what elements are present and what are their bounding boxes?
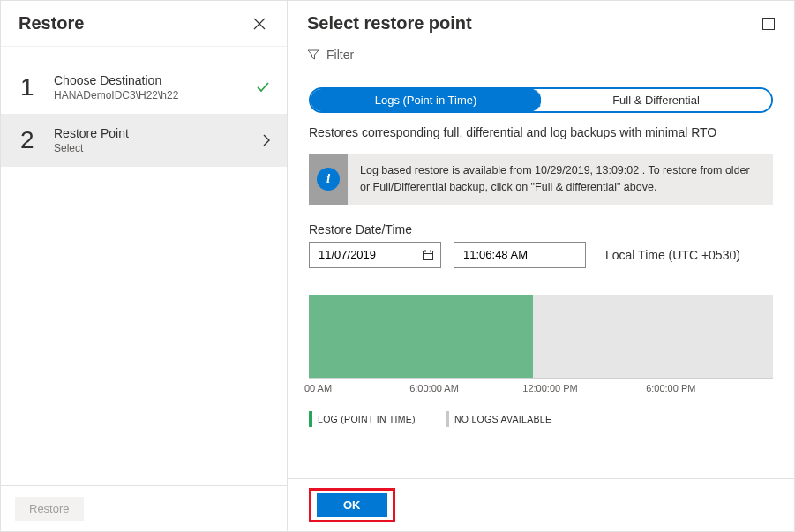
filter-row[interactable]: Filter: [288, 42, 794, 71]
tick-06: 6:00:00 AM: [409, 383, 459, 393]
legend-swatch-grey: [446, 411, 449, 427]
step-body: Choose Destination HANADemoIDC3\H22\h22: [54, 73, 248, 101]
time-input-wrap: [454, 242, 586, 268]
step-title: Restore Point: [54, 126, 255, 140]
filter-icon: [307, 49, 319, 61]
step-number: 1: [20, 75, 47, 100]
sidebar-header: Restore: [1, 1, 287, 47]
step-restore-point[interactable]: 2 Restore Point Select: [1, 114, 287, 167]
maximize-icon[interactable]: [762, 18, 775, 30]
time-input[interactable]: [454, 242, 586, 268]
timeline-bar[interactable]: [309, 295, 773, 379]
filter-label: Filter: [326, 48, 354, 62]
step-subtitle: HANADemoIDC3\H22\h22: [54, 89, 248, 101]
sidebar-footer: Restore: [1, 485, 287, 531]
main-panel: Select restore point Filter Logs (Point …: [288, 1, 794, 531]
timeline-ticks: 00 AM 6:00:00 AM 12:00:00 PM 6:00:00 PM: [309, 383, 773, 397]
main-title: Select restore point: [307, 13, 472, 34]
step-subtitle: Select: [54, 142, 255, 154]
datetime-row: Local Time (UTC +0530): [309, 242, 773, 268]
date-input[interactable]: [309, 242, 441, 268]
step-title: Choose Destination: [54, 73, 248, 87]
legend-swatch-green: [309, 411, 312, 427]
timezone-label: Local Time (UTC +0530): [605, 248, 740, 262]
tab-logs-point-in-time[interactable]: Logs (Point in Time): [310, 88, 542, 112]
info-text: Log based restore is available from 10/2…: [348, 154, 773, 205]
ok-highlight: OK: [309, 488, 395, 522]
info-icon-wrap: i: [309, 154, 348, 205]
restore-type-toggle: Logs (Point in Time) Full & Differential: [309, 87, 773, 113]
tick-00: 00 AM: [304, 383, 332, 393]
datetime-label: Restore Date/Time: [309, 222, 773, 236]
content-area: Logs (Point in Time) Full & Differential…: [288, 71, 794, 478]
timeline-legend: LOG (POINT IN TIME) NO LOGS AVAILABLE: [309, 411, 773, 427]
timeline-segment-available: [309, 295, 533, 378]
steps-list: 1 Choose Destination HANADemoIDC3\H22\h2…: [1, 47, 287, 485]
description-text: Restores corresponding full, differentia…: [309, 125, 773, 139]
info-icon: i: [317, 168, 340, 191]
sidebar-title: Restore: [19, 13, 84, 34]
checkmark-icon: [255, 79, 271, 95]
legend-log-available: LOG (POINT IN TIME): [309, 411, 416, 427]
step-number: 2: [20, 128, 47, 153]
legend-label: LOG (POINT IN TIME): [318, 414, 416, 424]
legend-no-logs: NO LOGS AVAILABLE: [446, 411, 551, 427]
timeline-segment-unavailable: [533, 295, 773, 378]
main-footer: OK: [288, 478, 794, 531]
ok-button[interactable]: OK: [317, 493, 387, 517]
timeline-chart[interactable]: 00 AM 6:00:00 AM 12:00:00 PM 6:00:00 PM: [309, 295, 773, 397]
step-choose-destination[interactable]: 1 Choose Destination HANADemoIDC3\H22\h2…: [1, 61, 287, 114]
legend-label: NO LOGS AVAILABLE: [454, 414, 551, 424]
main-header: Select restore point: [288, 1, 794, 42]
tab-full-differential[interactable]: Full & Differential: [541, 89, 771, 111]
info-banner: i Log based restore is available from 10…: [309, 154, 773, 205]
close-icon[interactable]: [250, 14, 269, 34]
date-input-wrap: [309, 242, 441, 268]
restore-button[interactable]: Restore: [15, 497, 84, 521]
tick-18: 6:00:00 PM: [646, 383, 695, 393]
restore-sidebar: Restore 1 Choose Destination HANADemoIDC…: [1, 1, 288, 531]
tick-12: 12:00:00 PM: [522, 383, 577, 393]
chevron-right-icon: [262, 133, 271, 147]
step-body: Restore Point Select: [54, 126, 255, 154]
